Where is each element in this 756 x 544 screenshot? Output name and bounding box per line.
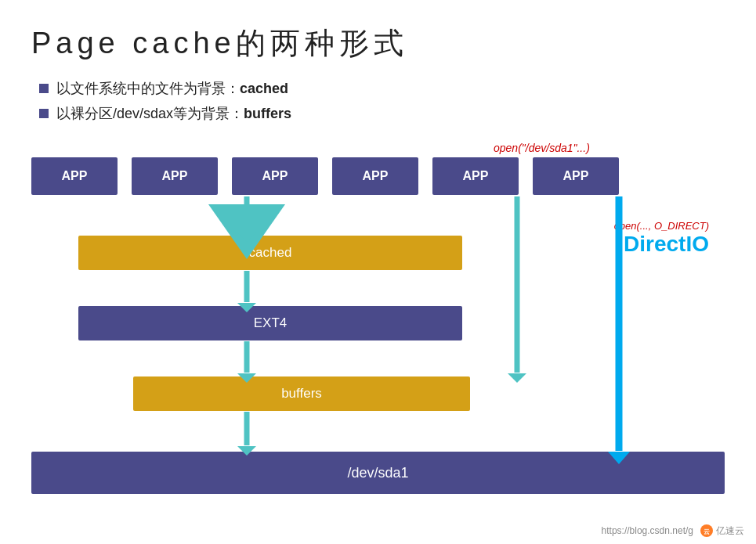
svg-text:云: 云: [704, 528, 710, 535]
sda1-bar: /dev/sda1: [31, 452, 725, 494]
bullet-list: 以文件系统中的文件为背景：cached 以裸分区/dev/sdax等为背景：bu…: [39, 79, 725, 123]
ext4-bar: EXT4: [78, 306, 462, 340]
app-box-1: APP: [31, 157, 118, 195]
bullet-text-1: 以文件系统中的文件为背景：cached: [56, 79, 288, 98]
app-box-2: APP: [132, 157, 218, 195]
directio-label: open(..., O_DIRECT) DirectIO: [614, 220, 709, 257]
footer-logo: 云 亿速云: [700, 524, 744, 538]
app-box-4: APP: [332, 157, 418, 195]
bullet-item-1: 以文件系统中的文件为背景：cached: [39, 79, 725, 98]
bullet-square-2: [39, 109, 49, 118]
footer-url: https://blog.csdn.net/g: [602, 525, 693, 536]
app-box-6: APP: [533, 157, 619, 195]
buffers-bar: buffers: [133, 376, 470, 411]
bullet-item-2: 以裸分区/dev/sdax等为背景：buffers: [39, 104, 725, 123]
logo-icon: 云: [700, 524, 714, 538]
app-box-3: APP: [232, 157, 318, 195]
open-direct-label: open(..., O_DIRECT): [614, 220, 709, 232]
directio-text: DirectIO: [614, 232, 709, 257]
footer: https://blog.csdn.net/g 云 亿速云: [602, 524, 744, 538]
bullet-square-1: [39, 84, 49, 93]
diagram: open("/dev/sda1"...) APP APP APP APP APP…: [31, 142, 725, 502]
svg-marker-12: [508, 373, 526, 383]
page-title: Page cache的两种形式: [31, 23, 725, 63]
main-container: Page cache的两种形式 以文件系统中的文件为背景：cached 以裸分区…: [0, 0, 756, 544]
bullet-text-2: 以裸分区/dev/sdax等为背景：buffers: [56, 104, 291, 123]
cached-bar: cached: [78, 236, 462, 270]
app-row: APP APP APP APP APP APP: [31, 157, 725, 195]
app-box-5: APP: [432, 157, 519, 195]
open-top-label: open("/dev/sda1"...): [494, 142, 590, 154]
